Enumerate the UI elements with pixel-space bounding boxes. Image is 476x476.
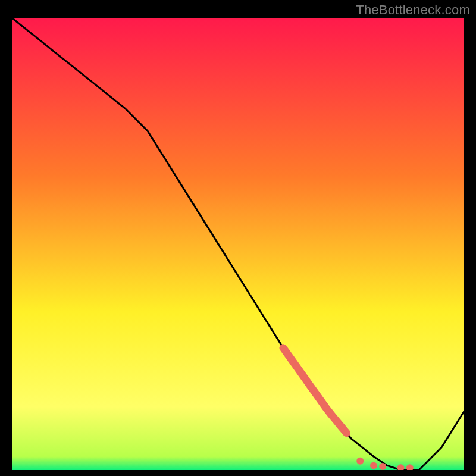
marker-dot bbox=[379, 463, 386, 470]
bottleneck-chart bbox=[12, 18, 464, 470]
attribution-label: TheBottleneck.com bbox=[356, 2, 470, 18]
marker-dot bbox=[356, 458, 364, 465]
marker-dot bbox=[370, 462, 377, 469]
plot-area bbox=[12, 18, 464, 470]
gradient-background bbox=[12, 18, 464, 470]
chart-frame: TheBottleneck.com bbox=[0, 0, 476, 476]
